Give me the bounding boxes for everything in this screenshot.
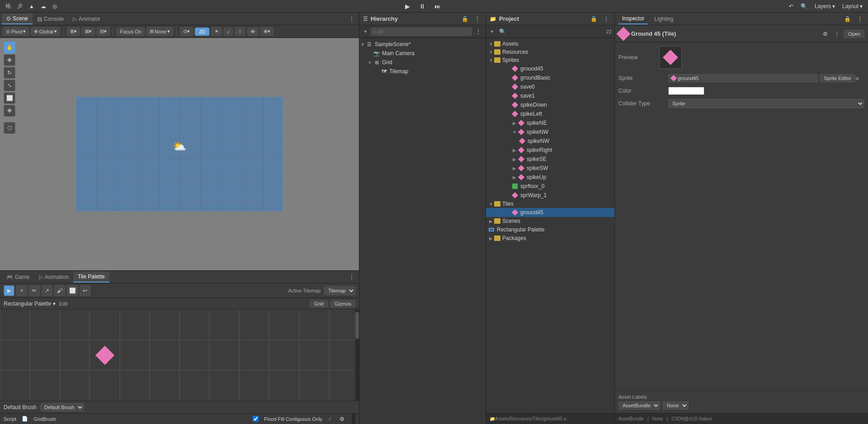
asset-bundle-none-select[interactable]: None (663, 401, 689, 410)
gizmos-toggle-btn[interactable]: ⊕▾ (260, 27, 274, 36)
palette-cell[interactable] (90, 310, 119, 340)
palette-cell[interactable] (30, 310, 60, 340)
audio-toggle-btn[interactable]: ♪ (224, 28, 233, 36)
account-btn[interactable]: ◎ (51, 2, 59, 10)
palette-tile-cell[interactable] (90, 340, 119, 370)
sprite-editor-btn[interactable]: Sprite Editor (820, 74, 855, 82)
flood-fill-checkbox[interactable] (253, 416, 259, 422)
palette-cell[interactable] (209, 310, 239, 340)
search-btn[interactable]: 🔍 (799, 2, 809, 10)
hierarchy-search-input[interactable] (371, 28, 472, 36)
inspector-open-btn[interactable]: Open (844, 30, 864, 38)
sprite-select-btn[interactable]: ⊙ (855, 76, 864, 81)
play-btn[interactable]: ▶ (402, 2, 413, 11)
palette-cell[interactable] (239, 340, 269, 370)
hierarchy-item-sample-scene[interactable]: ▼ ☰ SampleScene* (359, 40, 486, 49)
rect-tool-btn[interactable]: ⬜ (4, 92, 15, 104)
palette-cell[interactable] (299, 370, 329, 400)
scale-tool-btn[interactable]: ⤡ (4, 80, 15, 91)
project-menu-btn[interactable]: ⋮ (602, 15, 611, 23)
project-item-tiles[interactable]: ▼ Tiles (486, 200, 614, 208)
palette-cell[interactable] (209, 340, 239, 370)
project-item-assets[interactable]: ▼ Assets (486, 40, 614, 48)
layers-btn[interactable]: Layers ▾ (813, 2, 837, 10)
palette-cell[interactable] (239, 370, 269, 400)
undo-btn[interactable]: ↶ (787, 2, 795, 10)
global-btn[interactable]: ⊕ Global▾ (31, 27, 60, 36)
palette-cell[interactable] (120, 310, 150, 340)
tab-animator[interactable]: ▷ Animator (68, 14, 105, 24)
hierarchy-item-tilemap[interactable]: 🗺 Tilemap (359, 67, 486, 76)
none-btn[interactable]: ⊞ None▾ (146, 27, 173, 36)
tab-tile-palette[interactable]: Tile Palette (73, 272, 109, 283)
tab-inspector[interactable]: Inspector (618, 14, 648, 24)
grid-snap-btn[interactable]: ⊞▾ (67, 27, 80, 36)
project-lock-btn[interactable]: 🔒 (589, 15, 599, 23)
pause-btn[interactable]: ⏸ (416, 2, 428, 11)
palette-cell[interactable] (329, 370, 359, 400)
scrollbar-thumb[interactable] (355, 312, 359, 339)
visibility-btn[interactable]: ⊟▾ (97, 27, 110, 36)
project-item-spikeNW[interactable]: ▼ spikeNW (486, 127, 614, 137)
project-item-groundBasic[interactable]: groundBasic (486, 73, 614, 82)
hierarchy-add-btn[interactable]: + (362, 28, 369, 36)
project-item-scenes[interactable]: ▶ Scenes (486, 217, 614, 225)
palette-cell[interactable] (299, 310, 329, 340)
project-item-spikeRight[interactable]: ▶ spikeRight (486, 146, 614, 155)
palette-cell[interactable] (150, 370, 179, 400)
project-item-spikeLeft[interactable]: spikeLeft (486, 109, 614, 118)
bottom-info-settings[interactable]: ⚙ (338, 415, 346, 423)
palette-grid-area[interactable] (0, 310, 359, 400)
palette-scrollbar[interactable] (355, 310, 359, 400)
project-item-spikeNE[interactable]: ▶ spikeNE (486, 118, 614, 127)
project-item-ground45[interactable]: ground45 (486, 64, 614, 73)
palette-cell[interactable] (90, 370, 119, 400)
palette-cell[interactable] (150, 310, 179, 340)
layout-btn[interactable]: Layout ▾ (840, 2, 864, 10)
project-item-spikeSW[interactable]: ▶ spikeSW (486, 164, 614, 173)
inspector-more-btn[interactable]: ⋮ (832, 30, 841, 38)
palette-cell[interactable] (269, 370, 299, 400)
sprite-value-field[interactable]: ground45 (668, 74, 818, 82)
palette-erase-btn[interactable]: ✏ (29, 285, 40, 296)
tab-game[interactable]: 🎮 Game (2, 272, 34, 282)
pivot-btn[interactable]: ◎ Pivot▾ (3, 27, 29, 36)
light-toggle-btn[interactable]: ☀ (211, 27, 222, 36)
palette-cell[interactable] (209, 370, 239, 400)
palette-cell[interactable] (329, 310, 359, 340)
project-item-sprfloor0[interactable]: sprfloor_0 (486, 182, 614, 191)
project-item-sprwarp1[interactable]: sprWarp_1 (486, 191, 614, 200)
scene-tab-menu-btn[interactable]: ⋮ (346, 14, 357, 24)
tab-console[interactable]: ▤ Console (33, 14, 68, 24)
hidden-objects-btn[interactable]: 👁 (247, 28, 259, 36)
tab-animation[interactable]: ▷ Animation (34, 272, 73, 282)
collab-btn[interactable]: ▲ (27, 2, 36, 10)
custom-tool-btn[interactable]: ⬡ (4, 122, 15, 134)
project-search-btn[interactable]: 🔍 (497, 28, 508, 36)
project-item-spikeUp[interactable]: ▶ spikeUp (486, 173, 614, 182)
aspect-btn[interactable]: ⊙▾ (180, 27, 193, 36)
step-btn[interactable]: ⏭ (432, 2, 443, 11)
hierarchy-menu-btn[interactable]: ⋮ (473, 15, 482, 23)
palette-pick-btn[interactable]: 🖌 (54, 285, 65, 296)
palette-cell[interactable] (329, 340, 359, 370)
palette-fill-rect-btn[interactable]: ↗ (42, 285, 52, 296)
project-item-spikeDown[interactable]: spikeDown (486, 100, 614, 109)
palette-cell[interactable] (60, 340, 90, 370)
palette-cell[interactable] (0, 310, 30, 340)
palette-cell[interactable] (60, 310, 90, 340)
gizmos-btn[interactable]: Gizmos (330, 300, 355, 307)
palette-cell[interactable] (269, 340, 299, 370)
palette-cell[interactable] (299, 340, 329, 370)
hierarchy-item-grid[interactable]: ▼ ⊞ Grid (359, 58, 486, 67)
rotate-tool-btn[interactable]: ↻ (4, 67, 15, 79)
palette-cell[interactable] (60, 370, 90, 400)
tilemap-select[interactable]: Tilemap (324, 286, 355, 295)
project-item-ground45-tile[interactable]: ground45 (486, 208, 614, 217)
palette-paint-btn[interactable]: + (16, 285, 27, 296)
palette-cell[interactable] (269, 310, 299, 340)
palette-rotate-btn[interactable]: ↩ (80, 285, 90, 296)
unity-menu-btn[interactable]: 祐 (4, 1, 13, 11)
asset-bundle-select[interactable]: AssetBundle (618, 401, 660, 410)
palette-cell[interactable] (0, 340, 30, 370)
